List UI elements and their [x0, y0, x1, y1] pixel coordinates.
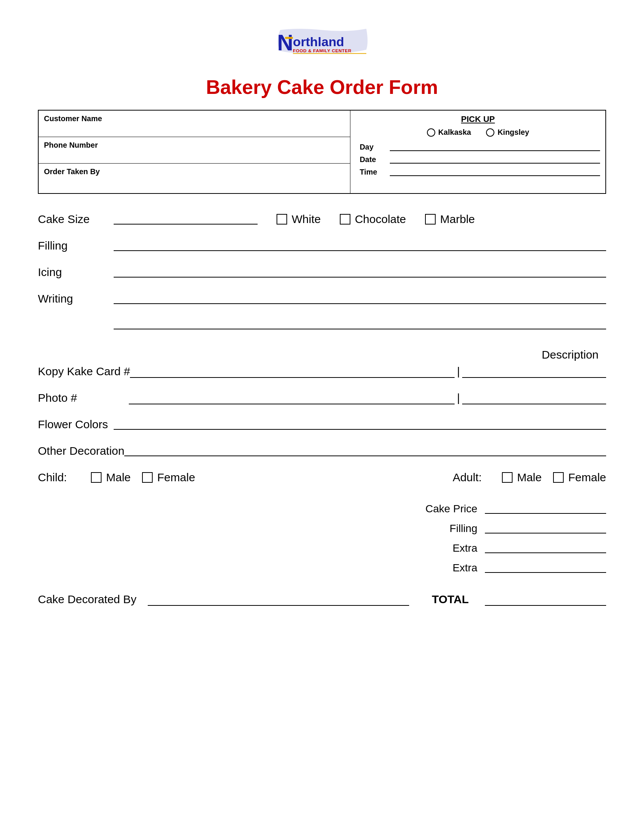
filling-price-row: Filling [341, 523, 606, 535]
adult-label: Adult: [453, 471, 491, 484]
kopy-kake-label: Kopy Kake Card # [38, 365, 130, 378]
total-input[interactable] [485, 596, 606, 606]
cake-price-row: Cake Price [341, 503, 606, 515]
kopy-kake-input[interactable] [130, 367, 455, 378]
adult-male-label: Male [517, 471, 542, 484]
writing-row: Writing [38, 292, 606, 305]
date-input[interactable] [390, 156, 600, 164]
extra2-label: Extra [409, 562, 477, 574]
pickup-kingsley[interactable]: Kingsley [486, 128, 529, 137]
photo-input[interactable] [129, 394, 455, 404]
phone-label: Phone Number [44, 141, 345, 150]
child-male-checkbox[interactable] [91, 472, 101, 483]
child-female-checkbox[interactable] [142, 472, 153, 483]
chocolate-option[interactable]: Chocolate [340, 213, 406, 226]
white-checkbox[interactable] [277, 214, 287, 225]
adult-female-label: Female [568, 471, 606, 484]
writing-input-2[interactable] [114, 319, 606, 330]
marble-label: Marble [440, 213, 475, 226]
filling-price-input[interactable] [485, 524, 606, 534]
filling-label: Filling [38, 239, 114, 252]
other-decoration-input[interactable] [124, 445, 606, 456]
kingsley-radio[interactable] [486, 129, 494, 137]
cake-price-label: Cake Price [409, 503, 477, 515]
kopy-kake-desc[interactable] [462, 367, 606, 378]
day-row: Day [356, 143, 600, 151]
flower-row: Flower Colors [38, 418, 606, 431]
writing-input[interactable] [114, 293, 606, 304]
white-option[interactable]: White [277, 213, 321, 226]
decorated-by-section: Cake Decorated By [38, 593, 409, 606]
marble-checkbox[interactable] [425, 214, 436, 225]
svg-text:N: N [277, 30, 293, 55]
flower-label: Flower Colors [38, 418, 114, 431]
time-input[interactable] [390, 169, 600, 176]
kalkaska-label: Kalkaska [438, 128, 471, 137]
page-title: Bakery Cake Order Form [38, 76, 606, 98]
child-female-option[interactable]: Female [142, 471, 195, 484]
photo-desc[interactable] [462, 394, 606, 404]
total-label: TOTAL [432, 593, 477, 606]
photo-row: Photo # | [38, 391, 606, 404]
kalkaska-radio[interactable] [427, 129, 435, 137]
writing-label: Writing [38, 292, 114, 305]
cake-size-label: Cake Size [38, 213, 114, 226]
filling-row: Filling [38, 239, 606, 252]
extra2-input[interactable] [485, 563, 606, 573]
svg-rect-2 [285, 37, 293, 39]
child-label: Child: [38, 471, 80, 484]
svg-text:FOOD & FAMILY CENTER: FOOD & FAMILY CENTER [293, 48, 351, 53]
other-decoration-label: Other Decoration [38, 444, 124, 457]
chocolate-checkbox[interactable] [340, 214, 350, 225]
info-table: Customer Name PICK UP Kalkaska Kingsley … [38, 110, 606, 194]
bottom-row: Cake Decorated By TOTAL [38, 593, 606, 606]
gender-row: Child: Male Female Adult: Male Female [38, 471, 606, 484]
logo-svg: N orthland FOOD & FAMILY CENTER [273, 23, 371, 64]
header: N orthland FOOD & FAMILY CENTER [38, 23, 606, 64]
kopy-kake-row: Kopy Kake Card # | [38, 365, 606, 378]
child-male-label: Male [106, 471, 131, 484]
photo-divider: | [455, 391, 462, 404]
adult-female-checkbox[interactable] [553, 472, 564, 483]
date-row: Date [356, 155, 600, 164]
day-input[interactable] [390, 143, 600, 151]
adult-male-checkbox[interactable] [502, 472, 512, 483]
extra1-label: Extra [409, 542, 477, 554]
icing-row: Icing [38, 266, 606, 279]
chocolate-label: Chocolate [355, 213, 406, 226]
order-taken-label: Order Taken By [44, 167, 345, 176]
extra1-row: Extra [341, 542, 606, 554]
description-header: Description [38, 348, 606, 361]
flower-input[interactable] [114, 419, 606, 430]
filling-input[interactable] [114, 240, 606, 251]
svg-rect-4 [293, 53, 366, 54]
adult-male-option[interactable]: Male [502, 471, 542, 484]
child-female-label: Female [157, 471, 195, 484]
price-section: Cake Price Filling Extra Extra [38, 503, 606, 574]
day-label: Day [359, 143, 386, 151]
kingsley-label: Kingsley [497, 128, 529, 137]
adult-gender-group: Male Female [502, 471, 606, 484]
filling-price-label: Filling [409, 523, 477, 535]
decorated-by-label: Cake Decorated By [38, 593, 136, 606]
pickup-kalkaska[interactable]: Kalkaska [427, 128, 471, 137]
icing-label: Icing [38, 266, 114, 279]
decorated-by-input[interactable] [148, 596, 409, 606]
total-section: TOTAL [432, 593, 606, 606]
time-label: Time [359, 168, 386, 177]
cake-size-input[interactable] [114, 214, 258, 225]
adult-female-option[interactable]: Female [553, 471, 606, 484]
extra2-row: Extra [341, 562, 606, 574]
marble-option[interactable]: Marble [425, 213, 475, 226]
pickup-options: Kalkaska Kingsley [356, 128, 600, 137]
customer-name-label: Customer Name [44, 114, 345, 123]
icing-input[interactable] [114, 267, 606, 278]
svg-text:orthland: orthland [293, 34, 344, 49]
kopy-kake-divider: | [455, 365, 462, 378]
cake-price-input[interactable] [485, 504, 606, 514]
child-gender-group: Male Female [91, 471, 195, 484]
extra1-input[interactable] [485, 544, 606, 553]
time-row: Time [356, 168, 600, 177]
cake-size-row: Cake Size White Chocolate Marble [38, 213, 606, 226]
child-male-option[interactable]: Male [91, 471, 131, 484]
